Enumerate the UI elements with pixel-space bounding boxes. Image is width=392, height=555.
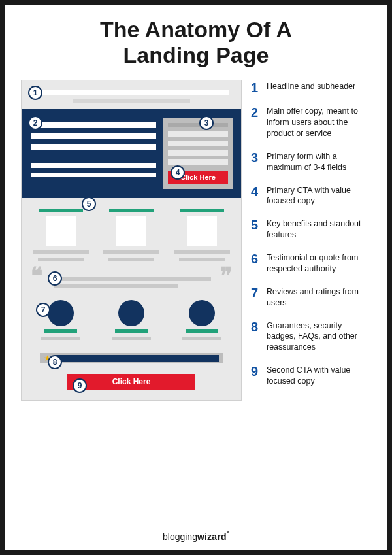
brand-prefix: blogging (163, 531, 197, 542)
wf-benefits-section (22, 198, 241, 266)
legend-text: Primary CTA with value focused copy (267, 185, 371, 207)
legend-item: 2 Main offer copy, meant to inform users… (251, 106, 371, 139)
wf-reassurance-fill (55, 355, 219, 362)
wf-benefit-text (38, 258, 84, 261)
close-quote-icon: ❞ (220, 265, 232, 287)
wf-avatar (189, 300, 215, 326)
wf-review-name (186, 329, 218, 333)
wf-benefit-heading (39, 209, 83, 212)
wf-review-col (172, 300, 232, 340)
infographic-frame: The Anatomy Of ALanding Page (0, 0, 392, 555)
legend-column: 1 Headline and subheader 2 Main offer co… (251, 80, 371, 401)
legend-item: 9 Second CTA with value focused copy (251, 365, 371, 387)
wf-review-text (112, 337, 151, 340)
legend-text: Main offer copy, meant to inform users a… (267, 106, 371, 139)
wf-review-name (44, 329, 77, 333)
legend-text: Testimonial or quote from respected auth… (267, 252, 371, 275)
legend-text: Headline and subheader (267, 81, 355, 92)
wf-benefit-text (179, 258, 225, 261)
legend-number: 1 (251, 81, 261, 94)
wf-form-field (168, 131, 228, 137)
legend-number: 7 (251, 286, 261, 299)
wf-benefit-text (108, 258, 154, 261)
wf-headline-section (22, 80, 241, 109)
wf-copy-line (31, 144, 156, 150)
wf-reviews-section (22, 292, 241, 344)
wf-benefit-col (101, 209, 161, 261)
wf-headline-bar (33, 90, 229, 95)
legend-text: Key benefits and standout features (267, 218, 371, 241)
wf-avatar (48, 300, 74, 326)
wf-copy-line (31, 133, 156, 139)
brand-bold: wizard (197, 531, 227, 542)
legend-text: Guarantees, security badges, FAQs, and o… (267, 320, 371, 354)
legend-item: 4 Primary CTA with value focused copy (251, 185, 371, 207)
wf-review-text (182, 337, 221, 340)
wf-benefit-image (116, 216, 146, 246)
open-quote-icon: ❝ (31, 265, 42, 287)
landing-page-wireframe: Click Here (21, 80, 242, 401)
wf-subheader-bar (73, 99, 190, 103)
wf-benefit-image (187, 216, 217, 246)
brand-asterisk-icon: * (227, 530, 229, 537)
wf-form-field (168, 141, 228, 146)
legend-number: 5 (251, 218, 261, 231)
legend-number: 3 (251, 151, 261, 164)
legend-text: Primary form with a maximum of 3-4 field… (267, 151, 371, 173)
wf-reassurance-bar: ★ (40, 353, 223, 363)
legend-item: 8 Guarantees, security badges, FAQs, and… (251, 320, 371, 354)
wf-offer-copy (31, 118, 156, 189)
wf-bullet-line (31, 173, 156, 177)
wf-benefit-text (33, 250, 89, 254)
wf-benefit-heading (180, 209, 224, 212)
wf-avatar (118, 300, 144, 326)
legend-item: 3 Primary form with a maximum of 3-4 fie… (251, 151, 371, 173)
wf-second-cta-section: Click Here (22, 366, 241, 400)
legend-item: 1 Headline and subheader (251, 81, 371, 94)
brand-footer: bloggingwizard* (5, 530, 387, 542)
legend-item: 6 Testimonial or quote from respected au… (251, 252, 371, 275)
legend-text: Second CTA with value focused copy (267, 365, 371, 387)
page-title: The Anatomy Of ALanding Page (21, 17, 371, 68)
legend-number: 9 (251, 365, 261, 378)
wf-benefit-heading (109, 209, 154, 212)
content-row: Click Here (21, 80, 371, 401)
wf-review-name (115, 329, 148, 333)
legend-text: Reviews and ratings from users (267, 286, 371, 309)
wf-bullet-line (31, 163, 156, 168)
wf-review-col (101, 300, 161, 340)
wf-quote-line (54, 277, 211, 281)
wf-quote-line (54, 284, 178, 288)
legend-number: 2 (251, 106, 261, 119)
wf-review-text (41, 337, 80, 340)
wf-form-field (168, 150, 228, 156)
wf-benefit-text (103, 250, 159, 254)
legend-number: 6 (251, 252, 261, 265)
legend-item: 7 Reviews and ratings from users (251, 286, 371, 309)
wf-benefit-col (31, 209, 91, 261)
wf-benefit-text (174, 250, 230, 254)
legend-number: 8 (251, 320, 261, 333)
wf-copy-line (31, 122, 156, 128)
wf-form-title (168, 123, 228, 127)
wf-benefit-image (46, 216, 76, 246)
legend-item: 5 Key benefits and standout features (251, 218, 371, 241)
legend-number: 4 (251, 185, 261, 198)
wf-benefit-col (172, 209, 232, 261)
wf-form-field (168, 159, 228, 165)
